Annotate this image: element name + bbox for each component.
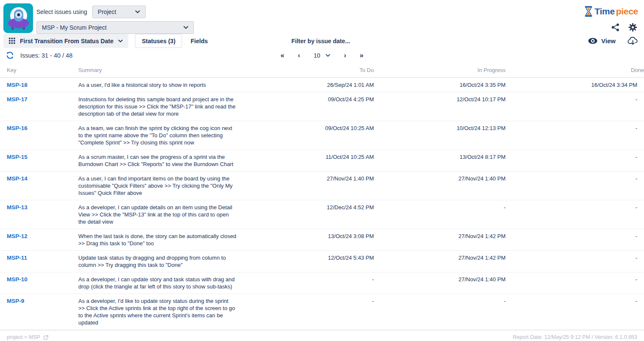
report-date-version: Report Date: 12/May/25 9:12 PM / Version… [513,334,637,340]
issue-key-link[interactable]: MSP-15 [7,154,28,160]
done-date: - [506,92,644,121]
grid-icon [9,38,15,44]
table-row: MSP-18 As a user, I'd like a historical … [0,78,644,92]
app-logo[interactable] [3,3,33,33]
chevron-down-icon [135,10,140,14]
column-header-summary[interactable]: Summary [78,64,241,78]
project-select[interactable]: MSP - My Scrum Project [36,21,194,34]
issues-bar-left: Issues: 31 - 40 / 48 [6,51,280,59]
brand-piece-text: piece [616,6,638,17]
table-row: MSP-15 As a scrum master, I can see the … [0,150,644,172]
issue-key-link[interactable]: MSP-13 [7,204,28,211]
inprogress-date: 16/Oct/24 3:35 PM [374,78,506,92]
issue-key-link[interactable]: MSP-17 [7,96,28,103]
date-field-dropdown[interactable]: First Transition From Status Date [3,34,128,48]
issue-key-link[interactable]: MSP-12 [7,233,28,239]
issue-key-cell: MSP-11 [0,251,78,272]
external-link-icon[interactable] [43,335,49,340]
todo-date: - [241,272,374,294]
first-page-button[interactable]: « [280,52,284,59]
done-date: - [506,294,644,330]
done-date: - [506,150,644,172]
statuses-button[interactable]: Statuses (3) [135,34,182,48]
next-page-button[interactable]: › [344,52,346,59]
share-icon[interactable] [611,23,620,32]
hourglass-icon [584,6,593,17]
toolbar: First Transition From Status Date Status… [0,34,644,48]
issues-table: Key Summary To Do In Progress Done MSP-1… [0,64,644,330]
issue-summary: As a developer, I can update story and t… [78,272,241,294]
done-date: - [506,272,644,294]
last-page-button[interactable]: » [360,52,364,59]
fields-button[interactable]: Fields [189,38,209,44]
cloud-download-icon[interactable] [627,36,638,45]
view-button[interactable]: View [588,37,616,44]
gear-icon[interactable] [628,23,637,32]
done-date: - [506,200,644,229]
inprogress-date: - [374,200,506,229]
issue-key-cell: MSP-18 [0,78,78,92]
project-select-row: MSP - My Scrum Project [36,21,194,34]
issue-key-cell: MSP-10 [0,272,78,294]
toolbar-left: First Transition From Status Date Status… [3,34,291,48]
timepiece-brand[interactable]: Timepiece [584,6,638,17]
done-date: - [506,229,644,251]
issue-key-cell: MSP-14 [0,172,78,200]
inprogress-date: 27/Nov/24 1:40 PM [374,172,506,200]
issue-source-select[interactable]: Project [92,6,146,18]
issue-key-cell: MSP-17 [0,92,78,121]
table-row: MSP-12 When the last task is done, the s… [0,229,644,251]
inprogress-date: 27/Nov/24 1:42 PM [374,251,506,272]
chevron-down-icon [326,54,330,57]
refresh-icon[interactable] [6,51,14,59]
todo-date: 11/Oct/24 10:25 AM [241,150,374,172]
issue-key-link[interactable]: MSP-18 [7,82,28,88]
table-row: MSP-9 As a developer, I'd like to update… [0,294,644,330]
issue-selectors: Select issues using Project MSP - My Scr… [36,3,194,34]
issues-tbody: MSP-18 As a user, I'd like a historical … [0,78,644,330]
column-header-key[interactable]: Key [0,64,78,78]
issue-key-link[interactable]: MSP-9 [7,298,24,304]
select-issues-label: Select issues using [36,8,87,15]
done-date: - [506,121,644,150]
issue-key-cell: MSP-16 [0,121,78,150]
issue-key-link[interactable]: MSP-14 [7,175,28,182]
toolbar-right: View [588,36,638,45]
column-header-done[interactable]: Done [506,64,644,78]
issues-count-label: Issues: 31 - 40 / 48 [20,52,72,59]
pagination: « ‹ 10 › » [280,52,363,59]
issue-summary: As a developer, I'd like to update story… [78,294,241,330]
done-date: - [506,172,644,200]
issues-bar: Issues: 31 - 40 / 48 « ‹ 10 › » [0,51,644,59]
issue-key-link[interactable]: MSP-10 [7,276,28,283]
project-select-value: MSP - My Scrum Project [42,24,107,31]
issue-key-link[interactable]: MSP-11 [7,255,27,261]
jql-query-text: project = MSP [7,334,40,340]
issue-key-cell: MSP-13 [0,200,78,229]
inprogress-date: 12/Oct/24 10:17 PM [374,92,506,121]
issue-summary: As a user, I can find important items on… [78,172,241,200]
done-date: 16/Oct/24 3:34 PM [506,78,644,92]
table-row: MSP-17 Instructions for deleting this sa… [0,92,644,121]
page-size-value: 10 [314,52,321,59]
prev-page-button[interactable]: ‹ [298,52,300,59]
inprogress-date: - [374,294,506,330]
issue-summary: As a scrum master, I can see the progres… [78,150,241,172]
column-header-inprogress[interactable]: In Progress [374,64,506,78]
top-header: Select issues using Project MSP - My Scr… [0,0,644,34]
table-row: MSP-14 As a user, I can find important i… [0,172,644,200]
todo-date: 27/Nov/24 1:40 PM [241,172,374,200]
issue-source-value: Project [98,8,116,15]
issue-key-link[interactable]: MSP-16 [7,125,28,131]
filter-by-date-control[interactable]: Filter by issue date... [291,38,350,44]
page-size-select[interactable]: 10 [314,52,331,59]
todo-date: 13/Oct/24 3:08 PM [241,229,374,251]
column-header-todo[interactable]: To Do [241,64,374,78]
issue-summary: As a developer, I can update details on … [78,200,241,229]
select-issues-row: Select issues using Project [36,6,194,18]
todo-date: 12/Oct/24 5:43 PM [241,251,374,272]
issue-key-cell: MSP-12 [0,229,78,251]
view-label: View [601,37,616,44]
header-left: Select issues using Project MSP - My Scr… [3,3,194,34]
inprogress-date: 13/Oct/24 8:17 PM [374,150,506,172]
